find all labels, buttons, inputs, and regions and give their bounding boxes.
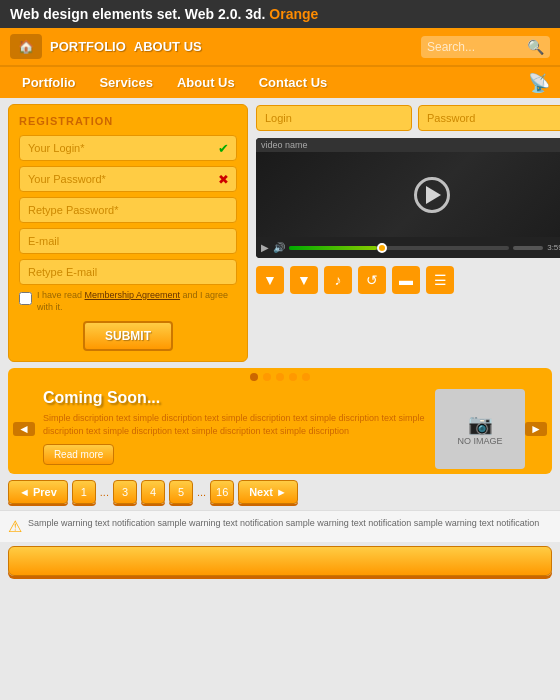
ellipsis-1: ...	[100, 486, 109, 498]
bottom-empty-button[interactable]	[8, 546, 552, 576]
title-bar: Web design elements set. Web 2.0. 3d. Or…	[0, 0, 560, 28]
retype-password-input[interactable]	[19, 197, 237, 223]
carousel-prev-btn[interactable]: ◄	[13, 422, 35, 436]
password-field-row: ✖	[19, 166, 237, 192]
carousel-image: 📷 NO IMAGE	[435, 389, 525, 469]
dot-1[interactable]	[250, 373, 258, 381]
login-field-row: ✔	[19, 135, 237, 161]
toolbar-btn-5[interactable]: ▬	[392, 266, 420, 294]
page-16[interactable]: 16	[210, 480, 234, 504]
no-image-text: NO IMAGE	[458, 436, 503, 446]
search-button[interactable]: 🔍	[527, 39, 544, 55]
volume-bar[interactable]	[513, 246, 543, 250]
toolbar-btn-6[interactable]: ☰	[426, 266, 454, 294]
email-input[interactable]	[19, 228, 237, 254]
duration-text: 3:59 / 7:24	[547, 243, 560, 252]
agreement-link[interactable]: Membership Agreement	[85, 290, 181, 300]
registration-title: REGISTRATION	[19, 115, 237, 127]
agreement-text: I have read Membership Agreement and I a…	[37, 290, 237, 313]
agreement-row: I have read Membership Agreement and I a…	[19, 290, 237, 313]
login-field[interactable]	[256, 105, 412, 131]
coming-soon-desc: Simple discription text simple discripti…	[43, 412, 427, 437]
submit-button[interactable]: SUBMIT	[83, 321, 173, 351]
page-5[interactable]: 5	[169, 480, 193, 504]
page-3[interactable]: 3	[113, 480, 137, 504]
toolbar-btn-3[interactable]: ♪	[324, 266, 352, 294]
video-label: video name	[256, 138, 560, 152]
page-1[interactable]: 1	[72, 480, 96, 504]
agreement-checkbox[interactable]	[19, 292, 32, 305]
ellipsis-2: ...	[197, 486, 206, 498]
email-row	[19, 228, 237, 254]
check-icon: ✔	[218, 141, 229, 156]
video-screen[interactable]: 7:24	[256, 152, 560, 237]
carousel-panel: ◄ Coming Soon... Simple discription text…	[8, 368, 552, 474]
toolbar-btn-2[interactable]: ▼	[290, 266, 318, 294]
pagination: ◄ Prev 1 ... 3 4 5 ... 16 Next ►	[0, 474, 560, 510]
icon-toolbar: ▼ ▼ ♪ ↺ ▬ ☰	[256, 262, 560, 298]
play-control-btn[interactable]: ▶	[261, 242, 269, 253]
top-nav: 🏠 PORTFOLIO ABOUT US 🔍	[0, 28, 560, 65]
carousel-text: Coming Soon... Simple discription text s…	[35, 389, 435, 469]
rss-icon: 📡	[528, 72, 550, 94]
center-column: 👤 video name 7:24 ▶ 🔊 3:59 / 7:24 ⛶	[256, 104, 560, 362]
dot-5[interactable]	[302, 373, 310, 381]
nav-about-us[interactable]: ABOUT US	[134, 39, 202, 54]
search-box: 🔍	[421, 36, 550, 58]
progress-fill	[289, 246, 377, 250]
registration-form: REGISTRATION ✔ ✖ I have read	[8, 104, 248, 362]
nav-portfolio[interactable]: PORTFOLIO	[50, 39, 126, 54]
x-icon: ✖	[218, 172, 229, 187]
carousel-dots	[8, 368, 552, 384]
retype-password-row	[19, 197, 237, 223]
play-button[interactable]	[414, 177, 450, 213]
progress-bar[interactable]	[289, 246, 509, 250]
nav-about-us-2[interactable]: About Us	[165, 67, 247, 98]
warning-bar: ⚠ Sample warning text notification sampl…	[0, 510, 560, 542]
carousel-content: ◄ Coming Soon... Simple discription text…	[8, 384, 552, 474]
retype-email-input[interactable]	[19, 259, 237, 285]
toolbar-btn-1[interactable]: ▼	[256, 266, 284, 294]
nav-contact-us[interactable]: Contact Us	[247, 67, 340, 98]
left-column: REGISTRATION ✔ ✖ I have read	[8, 104, 248, 362]
volume-btn[interactable]: 🔊	[273, 242, 285, 253]
login-input[interactable]	[19, 135, 237, 161]
second-nav: Portfolio Services About Us Contact Us 📡	[0, 65, 560, 98]
title-text: Web design elements set. Web 2.0. 3d.	[10, 6, 265, 22]
camera-icon: 📷	[468, 412, 493, 436]
page-4[interactable]: 4	[141, 480, 165, 504]
nav-portfolio-2[interactable]: Portfolio	[10, 67, 87, 98]
video-controls: ▶ 🔊 3:59 / 7:24 ⛶	[256, 237, 560, 258]
video-player: video name 7:24 ▶ 🔊 3:59 / 7:24 ⛶	[256, 138, 560, 258]
toolbar-btn-4[interactable]: ↺	[358, 266, 386, 294]
dot-4[interactable]	[289, 373, 297, 381]
progress-dot	[377, 243, 387, 253]
play-triangle-icon	[426, 186, 441, 204]
dot-2[interactable]	[263, 373, 271, 381]
prev-button[interactable]: ◄ Prev	[8, 480, 68, 504]
warning-text: Sample warning text notification sample …	[28, 517, 539, 530]
home-button[interactable]: 🏠	[10, 34, 42, 59]
retype-email-row	[19, 259, 237, 285]
login-row: 👤	[256, 104, 560, 132]
search-input[interactable]	[427, 40, 527, 54]
warning-icon: ⚠	[8, 517, 22, 536]
password-field[interactable]	[418, 105, 560, 131]
password-input[interactable]	[19, 166, 237, 192]
coming-soon-title: Coming Soon...	[43, 389, 427, 407]
next-button[interactable]: Next ►	[238, 480, 298, 504]
nav-services[interactable]: Services	[87, 67, 165, 98]
carousel-next-btn[interactable]: ►	[525, 422, 547, 436]
dot-3[interactable]	[276, 373, 284, 381]
title-highlight: Orange	[269, 6, 318, 22]
read-more-button[interactable]: Read more	[43, 444, 114, 465]
